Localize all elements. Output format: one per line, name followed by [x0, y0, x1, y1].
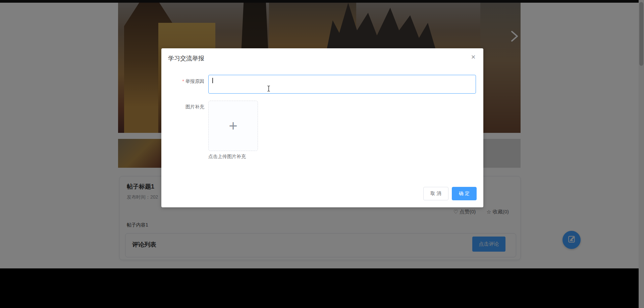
page-viewport: 帖子标题1 发布时间：202 ♡ 点赞(0) ☆ 收藏(0) 帖子内容1 评论列…: [0, 0, 644, 308]
reason-textarea[interactable]: [208, 75, 476, 94]
ibeam-cursor-icon: [267, 85, 271, 93]
reason-field-label: *举报原因: [161, 78, 204, 85]
report-dialog: 学习交流举报 ✕ *举报原因 图片补充 + 点击上传图片补充 取 消 确 定: [161, 48, 483, 207]
close-icon[interactable]: ✕: [470, 54, 477, 60]
plus-icon: +: [229, 118, 237, 133]
confirm-button[interactable]: 确 定: [452, 187, 477, 200]
image-field-label: 图片补充: [161, 103, 204, 110]
upload-hint-text: 点击上传图片补充: [208, 154, 246, 160]
text-caret: [212, 78, 213, 83]
required-asterisk: *: [182, 79, 184, 84]
image-upload-dropzone[interactable]: +: [208, 101, 258, 151]
cancel-button[interactable]: 取 消: [423, 187, 448, 200]
dialog-title: 学习交流举报: [168, 54, 204, 62]
